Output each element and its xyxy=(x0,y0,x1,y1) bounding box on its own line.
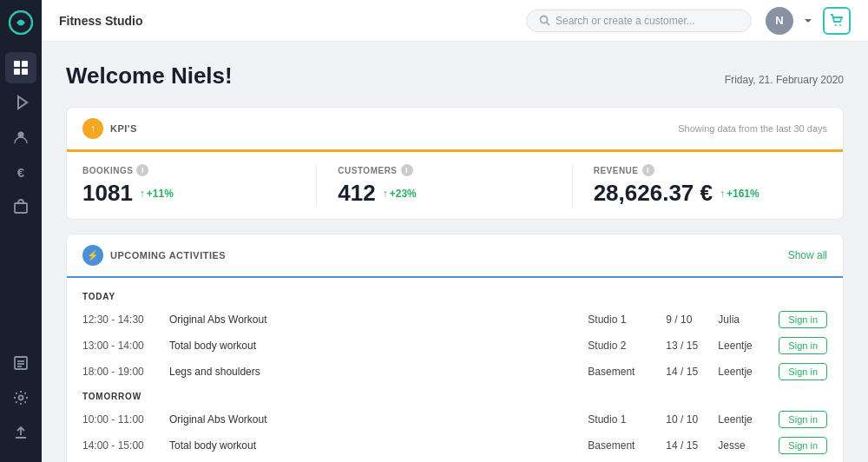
sign-in-button[interactable]: Sign in xyxy=(779,311,827,328)
activity-row: 10:00 - 11:00 Original Abs Workout Studi… xyxy=(82,406,827,432)
act-time: 10:00 - 11:00 xyxy=(82,413,169,426)
chevron-down-icon xyxy=(804,16,812,25)
page-date: Friday, 21. February 2020 xyxy=(725,74,844,86)
kpi-card: ↑ KPI'S Showing data from the last 30 da… xyxy=(66,107,844,220)
bookings-value: 1081 ↑ +11% xyxy=(82,180,295,207)
revenue-change: ↑ +161% xyxy=(720,188,760,200)
act-trainer: Leentje xyxy=(718,366,779,378)
bookings-change: ↑ +11% xyxy=(140,188,174,200)
act-name: Total body workout xyxy=(169,439,588,452)
kpi-header: ↑ KPI'S Showing data from the last 30 da… xyxy=(67,108,843,152)
show-all-link[interactable]: Show all xyxy=(788,249,827,261)
act-time: 12:30 - 14:30 xyxy=(82,314,169,326)
activity-row: 12:30 - 14:30 Original Abs Workout Studi… xyxy=(82,307,827,333)
act-capacity: 10 / 10 xyxy=(666,413,718,426)
kpi-metrics: BOOKINGS i 1081 ↑ +11% CUSTOMERS i xyxy=(67,152,843,219)
svg-rect-1 xyxy=(14,61,20,67)
act-location: Studio 1 xyxy=(588,314,666,326)
act-name: Legs and shoulders xyxy=(169,366,588,378)
activity-row: 18:00 - 19:00 Legs and shoulders Basemen… xyxy=(82,359,827,385)
act-capacity: 13 / 15 xyxy=(666,340,718,352)
activity-row: 13:00 - 14:00 Total body workout Studio … xyxy=(82,333,827,359)
act-location: Basement xyxy=(588,366,666,378)
avatar[interactable]: N xyxy=(766,7,793,35)
kpi-header-left: ↑ KPI'S xyxy=(82,118,137,139)
bookings-info: i xyxy=(136,164,148,176)
sidebar: € xyxy=(0,0,42,462)
act-trainer: Leentje xyxy=(718,413,779,426)
bookings-arrow: ↑ xyxy=(140,188,145,200)
sidebar-item-dashboard[interactable] xyxy=(5,52,36,83)
app-logo[interactable] xyxy=(9,10,33,35)
revenue-arrow: ↑ xyxy=(720,188,725,200)
activities-body: TODAY 12:30 - 14:30 Original Abs Workout… xyxy=(67,278,843,462)
sidebar-item-export[interactable] xyxy=(5,417,36,448)
main-area: Fitness Studio Search or create a custom… xyxy=(42,0,868,462)
act-name: Total body workout xyxy=(169,340,588,352)
sidebar-item-products[interactable] xyxy=(5,191,36,222)
customers-arrow: ↑ xyxy=(383,188,388,200)
svg-point-15 xyxy=(835,24,837,26)
activities-header: ⚡ UPCOMING ACTIVITIES Show all xyxy=(67,234,843,278)
kpi-revenue: REVENUE i 28,626.37 € ↑ +161% xyxy=(594,164,827,207)
svg-rect-7 xyxy=(15,203,27,213)
search-bar[interactable]: Search or create a customer... xyxy=(526,10,752,32)
topnav-right: N xyxy=(766,7,851,35)
act-time: 18:00 - 19:00 xyxy=(82,366,169,378)
sign-in-button[interactable]: Sign in xyxy=(779,363,827,380)
act-location: Studio 1 xyxy=(588,413,666,426)
sidebar-item-customers[interactable] xyxy=(5,122,36,153)
sign-in-button[interactable]: Sign in xyxy=(779,437,827,454)
svg-point-13 xyxy=(541,16,548,23)
act-name: Original Abs Workout xyxy=(169,314,588,326)
kpi-customers: CUSTOMERS i 412 ↑ +23% xyxy=(338,164,572,207)
act-trainer: Julia xyxy=(718,314,779,326)
act-trainer: Leentje xyxy=(718,340,779,352)
sidebar-item-finance[interactable]: € xyxy=(5,156,36,188)
content-area: Welcome Niels! Friday, 21. February 2020… xyxy=(42,42,868,462)
sidebar-item-activities[interactable] xyxy=(5,87,36,118)
page-header: Welcome Niels! Friday, 21. February 2020 xyxy=(66,63,844,89)
sign-in-button[interactable]: Sign in xyxy=(779,411,827,428)
search-placeholder: Search or create a customer... xyxy=(556,15,695,27)
act-location: Basement xyxy=(588,439,666,452)
search-icon xyxy=(539,15,550,26)
app-title: Fitness Studio xyxy=(59,14,142,28)
kpi-bookings: BOOKINGS i 1081 ↑ +11% xyxy=(82,164,317,207)
svg-rect-4 xyxy=(22,69,28,75)
page-title: Welcome Niels! xyxy=(66,63,233,89)
customers-value: 412 ↑ +23% xyxy=(338,180,550,207)
revenue-value: 28,626.37 € ↑ +161% xyxy=(594,180,806,207)
activities-card: ⚡ UPCOMING ACTIVITIES Show all TODAY 12:… xyxy=(66,234,844,462)
svg-rect-2 xyxy=(22,61,28,67)
cart-button[interactable] xyxy=(823,7,851,35)
activities-icon: ⚡ xyxy=(82,245,103,266)
sidebar-item-settings[interactable] xyxy=(5,382,36,413)
act-time: 13:00 - 14:00 xyxy=(82,340,169,352)
act-trainer: Jesse xyxy=(718,439,779,452)
act-name: Original Abs Workout xyxy=(169,413,588,426)
act-capacity: 14 / 15 xyxy=(666,439,718,452)
svg-rect-3 xyxy=(14,69,20,75)
bookings-label: BOOKINGS i xyxy=(82,164,295,176)
svg-point-12 xyxy=(19,396,23,400)
day-tomorrow: TOMORROW xyxy=(82,385,827,406)
activity-row: 14:00 - 15:00 Total body workout Basemen… xyxy=(82,432,827,459)
sidebar-item-reports[interactable] xyxy=(5,347,36,379)
svg-line-14 xyxy=(547,23,549,25)
svg-point-16 xyxy=(839,24,841,26)
act-capacity: 9 / 10 xyxy=(666,314,718,326)
kpi-icon: ↑ xyxy=(82,118,103,139)
kpi-subtitle: Showing data from the last 30 days xyxy=(678,123,827,134)
sign-in-button[interactable]: Sign in xyxy=(779,337,827,354)
day-today: TODAY xyxy=(82,285,827,307)
act-location: Studio 2 xyxy=(588,340,666,352)
act-time: 14:00 - 15:00 xyxy=(82,439,169,452)
customers-info: i xyxy=(401,164,413,176)
customers-change: ↑ +23% xyxy=(383,188,417,200)
act-capacity: 14 / 15 xyxy=(666,366,718,378)
topnav: Fitness Studio Search or create a custom… xyxy=(42,0,868,42)
customers-label: CUSTOMERS i xyxy=(338,164,550,176)
kpi-title: KPI'S xyxy=(110,123,137,134)
activities-header-left: ⚡ UPCOMING ACTIVITIES xyxy=(82,245,226,266)
